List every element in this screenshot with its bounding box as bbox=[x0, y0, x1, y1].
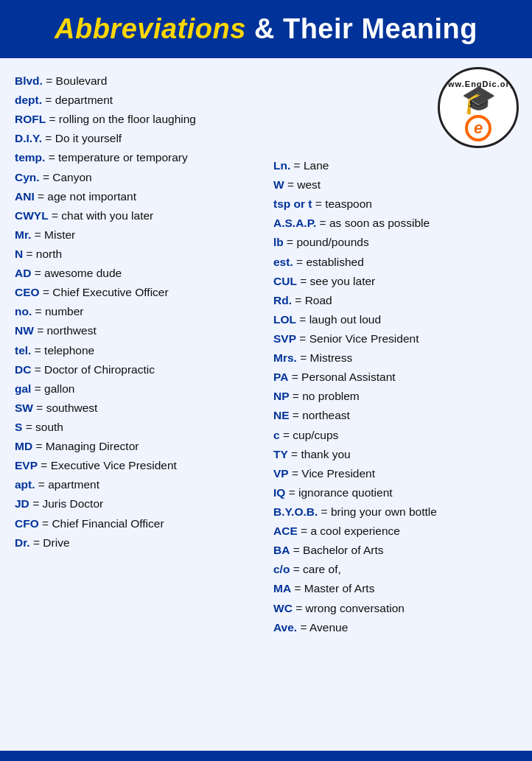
abbr-key: S bbox=[15, 421, 22, 433]
abbr-meaning: = care of, bbox=[290, 563, 340, 575]
list-item: temp. = temperature or temporary bbox=[15, 148, 259, 166]
list-item: TY = thank you bbox=[273, 445, 517, 463]
list-item: MD = Managing Director bbox=[15, 437, 259, 455]
list-item: c/o = care of, bbox=[273, 560, 517, 578]
abbr-key: CUL bbox=[273, 275, 297, 287]
abbr-key: AD bbox=[15, 267, 31, 279]
abbr-key: WC bbox=[273, 602, 293, 614]
abbr-key: Rd. bbox=[273, 294, 292, 306]
list-item: ANI = age not important bbox=[15, 187, 259, 206]
content-area: www.EngDic.org 🎓 e Blvd. = Boulevarddept… bbox=[0, 58, 532, 751]
abbr-key: CFO bbox=[15, 517, 39, 530]
abbr-key: D.I.Y. bbox=[15, 132, 42, 144]
abbr-meaning: = Senior Vice President bbox=[296, 332, 419, 345]
abbr-meaning: = Lane bbox=[290, 159, 329, 172]
list-item: ACE = a cool experience bbox=[273, 522, 517, 540]
abbr-key: Ln. bbox=[273, 159, 290, 172]
list-item: EVP = Executive Vice President bbox=[15, 456, 259, 474]
abbr-meaning: = see you later bbox=[297, 275, 375, 287]
abbr-key: no. bbox=[15, 305, 32, 318]
abbr-meaning: = Canyon bbox=[40, 171, 92, 183]
abbr-key: apt. bbox=[15, 478, 35, 491]
abbr-meaning: = laugh out loud bbox=[296, 313, 381, 326]
abbr-key: VP bbox=[273, 467, 289, 480]
abbr-key: W bbox=[273, 178, 284, 191]
list-item: S = south bbox=[15, 418, 259, 436]
abbr-meaning: = southwest bbox=[33, 401, 97, 414]
abbr-meaning: = Chief Executive Officer bbox=[40, 286, 169, 298]
abbr-meaning: = bring your own bottle bbox=[318, 505, 437, 518]
list-item: CUL = see you later bbox=[273, 272, 517, 290]
abbr-meaning: = pound/pounds bbox=[284, 236, 369, 248]
abbr-meaning: = Juris Doctor bbox=[29, 497, 103, 510]
abbr-key: tel. bbox=[15, 344, 31, 357]
abbr-key: temp. bbox=[15, 151, 45, 164]
list-item: Rd. = Road bbox=[273, 291, 517, 309]
abbr-meaning: = Road bbox=[292, 294, 332, 306]
abbr-meaning: = awesome dude bbox=[31, 267, 122, 279]
list-item: SW = southwest bbox=[15, 399, 259, 417]
list-item: NE = northeast bbox=[273, 406, 517, 424]
abbr-key: PA bbox=[273, 371, 288, 383]
list-item: Dr. = Drive bbox=[15, 533, 259, 552]
abbr-meaning: = Drive bbox=[30, 536, 70, 549]
abbr-meaning: = thank you bbox=[288, 448, 351, 460]
list-item: dept. = department bbox=[15, 91, 259, 109]
abbr-meaning: = Personal Assistant bbox=[288, 371, 395, 383]
abbr-key: ANI bbox=[15, 190, 35, 203]
abbr-key: B.Y.O.B. bbox=[273, 505, 318, 518]
abbr-meaning: = rolling on the floor laughing bbox=[46, 113, 196, 125]
abbr-key: DC bbox=[15, 363, 31, 376]
logo-container: www.EngDic.org 🎓 e bbox=[438, 67, 519, 148]
abbr-key: Mr. bbox=[15, 228, 31, 241]
abbr-meaning: = age not important bbox=[35, 190, 136, 203]
abbr-key: NW bbox=[15, 324, 34, 337]
abbr-key: EVP bbox=[15, 459, 38, 471]
abbr-key: est. bbox=[273, 256, 293, 268]
list-item: Cyn. = Canyon bbox=[15, 168, 259, 186]
list-item: est. = established bbox=[273, 253, 517, 271]
abbr-key: IQ bbox=[273, 486, 285, 499]
header: Abbreviations & Their Meaning bbox=[0, 0, 532, 58]
abbr-key: CEO bbox=[15, 286, 40, 298]
abbr-meaning: = Mister bbox=[31, 228, 75, 241]
abbr-meaning: = Avenue bbox=[297, 621, 348, 634]
list-item: N = north bbox=[15, 245, 259, 263]
abbr-meaning: = as soon as possible bbox=[316, 217, 430, 229]
abbr-meaning: = Boulevard bbox=[43, 74, 107, 87]
abbr-key: c/o bbox=[273, 563, 290, 575]
title-rest: & Their Meaning bbox=[246, 13, 477, 44]
abbr-meaning: = Managing Director bbox=[32, 440, 139, 452]
abbr-meaning: = northeast bbox=[290, 409, 350, 421]
list-item: WC = wrong conversation bbox=[273, 599, 517, 617]
list-item: CFO = Chief Financial Officer bbox=[15, 514, 259, 533]
abbr-key: dept. bbox=[15, 94, 42, 106]
list-item: gal = gallon bbox=[15, 379, 259, 398]
list-item: B.Y.O.B. = bring your own bottle bbox=[273, 502, 517, 521]
abbr-meaning: = teaspoon bbox=[312, 197, 372, 210]
abbr-key: gal bbox=[15, 382, 31, 395]
abbr-meaning: = number bbox=[32, 305, 83, 318]
abbr-meaning: = south bbox=[22, 421, 63, 433]
abbr-key: BA bbox=[273, 544, 290, 556]
abbr-key: A.S.A.P. bbox=[273, 217, 316, 229]
abbr-meaning: = northwest bbox=[34, 324, 97, 337]
list-item: tel. = telephone bbox=[15, 341, 259, 360]
abbr-key: MA bbox=[273, 582, 291, 595]
abbr-key: JD bbox=[15, 497, 29, 510]
list-item: AD = awesome dude bbox=[15, 264, 259, 282]
list-item: MA = Master of Arts bbox=[273, 579, 517, 597]
abbr-key: LOL bbox=[273, 313, 296, 326]
list-item: LOL = laugh out loud bbox=[273, 310, 517, 329]
list-item: ROFL = rolling on the floor laughing bbox=[15, 110, 259, 128]
abbr-meaning: = established bbox=[293, 256, 364, 268]
abbr-meaning: = Do it yourself bbox=[42, 132, 122, 144]
title-abbreviations: Abbreviations bbox=[55, 13, 246, 44]
list-item: CEO = Chief Executive Officer bbox=[15, 283, 259, 301]
abbr-key: CWYL bbox=[15, 209, 49, 222]
list-item: IQ = ignorance quotient bbox=[273, 483, 517, 502]
abbr-meaning: = telephone bbox=[31, 344, 94, 357]
abbr-key: ROFL bbox=[15, 113, 46, 125]
abbr-meaning: = Mistress bbox=[297, 351, 352, 364]
abbr-meaning: = apartment bbox=[35, 478, 99, 491]
